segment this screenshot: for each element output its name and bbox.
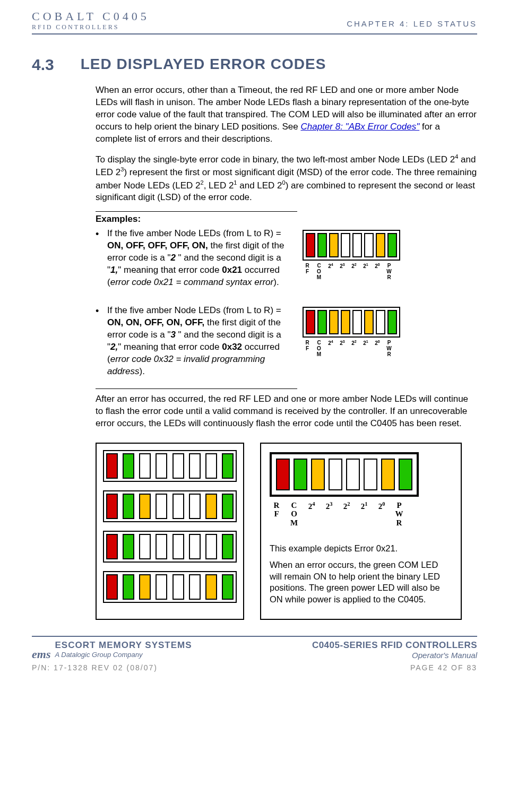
big-panel: R F C O M 24 23 22 21 20 P W R This exam… [260,443,462,620]
footer-right: C0405-SERIES RFID CONTROLLERS Operator's… [312,640,477,660]
brand-block: COBALT C0405 RFID CONTROLLERS [32,10,150,31]
section-heading: 4.3 LED DISPLAYED ERROR CODES [32,56,477,74]
ems-logo: ems [32,640,50,661]
led-24 [329,310,339,334]
section-number: 4.3 [32,56,54,74]
led-23 [341,310,350,334]
footer-company: ESCORT MEMORY SYSTEMS [55,640,192,651]
link-chapter8[interactable]: Chapter 8: "ABx Error Codes" [301,122,420,132]
led-com [294,459,307,490]
example-2-row: If the five amber Node LEDs (from L to R… [96,305,477,378]
led-com [317,310,327,334]
led-24 [329,233,339,257]
led-21 [364,233,374,257]
paragraph-2: To display the single-byte error code in… [96,153,477,204]
divider [96,388,297,389]
big-led-block [270,452,419,497]
flash-frame-1 [103,450,237,482]
led-rf [276,459,290,490]
led-22 [346,459,360,490]
led-21 [364,310,374,334]
led-23 [329,459,342,490]
led-com [317,233,327,257]
led-pwr [387,310,397,334]
led-20 [376,233,385,257]
led-labels-1: R F C O M 24 23 22 21 20 P W R [303,263,400,280]
flash-frame-3 [103,531,237,563]
footer-doc-type: Operator's Manual [312,651,477,660]
brand-sub: RFID CONTROLLERS [32,23,150,31]
led-rf [306,233,315,257]
example-2-diagram: R F C O M 24 23 22 21 20 P W R [303,305,400,378]
example-1-text: If the five amber Node LEDs (from L to R… [96,228,292,289]
led-23 [341,233,350,257]
flash-sequence [96,443,244,620]
big-panel-p1: This example depicts Error 0x21. [270,543,452,554]
footer-product: C0405-SERIES RFID CONTROLLERS [312,640,477,651]
example-1-diagram: R F C O M 24 23 22 21 20 P W R [303,228,400,289]
page-footer: ems ESCORT MEMORY SYSTEMS A Datalogic Gr… [32,636,477,672]
page-header: COBALT C0405 RFID CONTROLLERS CHAPTER 4:… [32,10,477,34]
intro-paragraphs: When an error occurs, other than a Timeo… [96,84,477,204]
brand-top: COBALT C0405 [32,10,150,23]
led-labels-2: R F C O M 24 23 22 21 20 P W R [303,340,400,357]
led-pwr [387,233,397,257]
led-rf [306,310,315,334]
big-panel-p2: When an error occurs, the green COM LED … [270,559,452,605]
divider [96,211,297,212]
examples-heading: Examples: [96,214,477,224]
flash-frame-2 [103,490,237,522]
led-21 [364,459,377,490]
footer-pn: P/N: 17-1328 REV 02 (08/07) [32,663,158,672]
after-paragraph: After an error has occurred, the red RF … [96,393,477,430]
footer-left: ems ESCORT MEMORY SYSTEMS A Datalogic Gr… [32,640,192,661]
led-20 [376,310,385,334]
chapter-label: CHAPTER 4: LED STATUS [347,10,477,28]
led-pwr [399,459,412,490]
led-24 [311,459,325,490]
example-2-text: If the five amber Node LEDs (from L to R… [96,305,292,378]
led-22 [352,233,362,257]
footer-page: PAGE 42 OF 83 [410,663,477,672]
led-22 [352,310,362,334]
section-title: LED DISPLAYED ERROR CODES [81,56,326,74]
footer-tagline: A Datalogic Group Company [55,651,192,659]
big-led-labels: R F C O M 24 23 22 21 20 P W R [270,501,452,528]
led-20 [381,459,395,490]
example-1-row: If the five amber Node LEDs (from L to R… [96,228,477,289]
paragraph-1: When an error occurs, other than a Timeo… [96,84,477,145]
flash-frame-4 [103,571,237,603]
bottom-panels: R F C O M 24 23 22 21 20 P W R This exam… [96,443,477,620]
